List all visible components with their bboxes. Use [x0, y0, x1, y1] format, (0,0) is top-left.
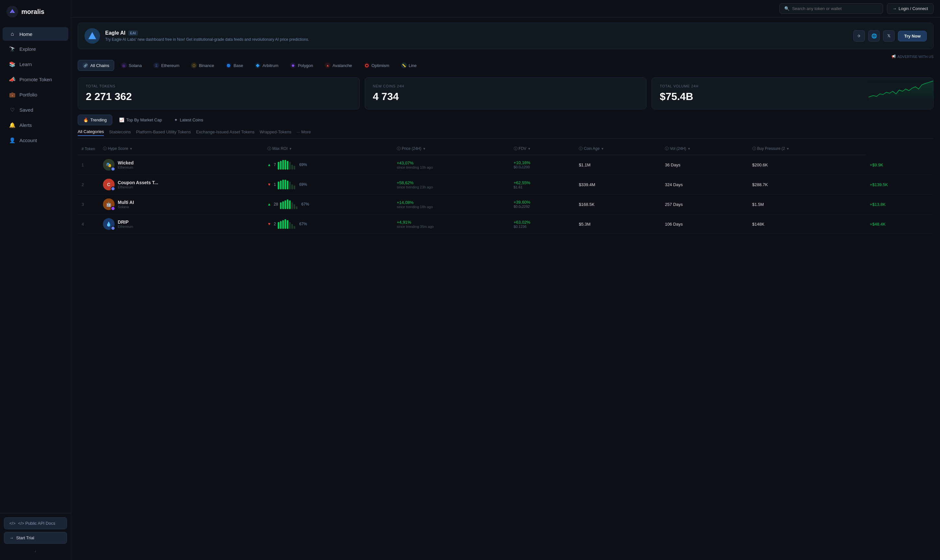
category-tab-utility[interactable]: Platform-Based Utility Tokens	[136, 129, 191, 135]
account-icon: 👤	[9, 137, 15, 143]
token-emoji: 💧	[106, 222, 111, 226]
saved-icon: ♡	[9, 107, 15, 113]
category-tab-exchange[interactable]: Exchange-Issued Asset Tokens	[196, 129, 254, 135]
total-tokens-value: 2 271 362	[86, 91, 352, 103]
nav-label-portfolio: Portfolio	[19, 92, 37, 97]
chain-badge	[111, 186, 115, 191]
token-info-text: DRIP Ethereum	[118, 220, 133, 229]
token-cell: C Coupon Assets T... Ethereum	[99, 175, 263, 195]
moralis-logo-icon	[6, 6, 18, 17]
coin-age: 257 Days	[665, 202, 683, 207]
svg-marker-1	[88, 32, 96, 39]
chain-tab-optimism[interactable]: ⭕Optimism	[359, 60, 394, 71]
hype-bar	[289, 182, 291, 189]
sidebar-item-explore[interactable]: 🔭Explore	[3, 42, 68, 56]
sidebar-item-account[interactable]: 👤Account	[3, 133, 68, 147]
chain-tab-ethereum[interactable]: ΞEthereum	[149, 60, 184, 71]
hype-bar	[280, 181, 282, 189]
arrow-right-icon: →	[9, 535, 14, 540]
try-now-button[interactable]: Try Now	[898, 31, 927, 42]
fdv-value: $5.3M	[579, 222, 591, 226]
all-chain-icon: 🔗	[83, 63, 88, 68]
col-age[interactable]: ⓘ Coin Age ▼	[575, 143, 661, 155]
fdv-value: $339.4M	[579, 182, 595, 187]
start-trial-button[interactable]: → Start Trial	[4, 532, 67, 544]
trend-up-icon: ▲	[268, 202, 271, 206]
chain-tab-all[interactable]: 🔗All Chains	[78, 60, 114, 71]
roi-cell: +58,62% since trending 23h ago	[393, 175, 510, 195]
hype-bar	[285, 160, 286, 169]
col-vol[interactable]: ⓘ Vol (24H) ▼	[661, 143, 748, 155]
hype-bar	[285, 180, 286, 189]
col-price[interactable]: ⓘ Price (24H) ▼	[393, 143, 510, 155]
api-docs-button[interactable]: </> </> Public API Docs	[4, 517, 67, 529]
chain-tab-binance[interactable]: ⬡Binance	[186, 60, 219, 71]
sidebar-item-alerts[interactable]: 🔔Alerts	[3, 118, 68, 132]
sidebar-item-saved[interactable]: ♡Saved	[3, 103, 68, 117]
token-avatar: C	[103, 179, 115, 190]
chain-tab-label-ethereum: Ethereum	[161, 63, 179, 68]
category-tab-more[interactable]: ··· More	[297, 129, 311, 135]
advertise-link[interactable]: 📢 ADVERTISE WITH US	[891, 54, 934, 58]
binance-chain-icon: ⬡	[191, 63, 197, 68]
roi-subtext: since trending 10h ago	[397, 165, 506, 169]
twitter-button[interactable]: 𝕏	[883, 30, 895, 42]
sidebar-item-learn[interactable]: 📚Learn	[3, 57, 68, 71]
hype-pct: 69%	[299, 163, 307, 167]
hype-bar	[291, 224, 293, 229]
category-tab-wrapped[interactable]: Wrapped-Tokens	[260, 129, 291, 135]
search-icon: 🔍	[784, 6, 789, 11]
table-tab-latest_coins[interactable]: ✦Latest Coins	[169, 115, 208, 125]
price-cell: +39,60% $0.0₀2292	[510, 195, 575, 214]
hype-bar	[287, 220, 288, 229]
age-cell: 106 Days	[661, 214, 748, 234]
hype-bar	[282, 202, 284, 209]
sidebar-item-home[interactable]: ⌂Home	[3, 27, 68, 41]
trend-value: 1	[274, 182, 276, 187]
content-area: Eagle AI EAI Try Eagle AI Labs' new dash…	[71, 17, 940, 560]
category-tab-all[interactable]: All Categories	[78, 129, 104, 136]
token-name: DRIP	[118, 220, 133, 225]
chain-tab-polygon[interactable]: ⬟Polygon	[285, 60, 318, 71]
token-cell: 🎭 Wicked Ethereum	[99, 155, 263, 175]
chain-tab-linea[interactable]: 📏Line	[396, 60, 422, 71]
hype-bar	[294, 166, 295, 169]
chain-tab-arbitrum[interactable]: 🔷Arbitrum	[250, 60, 283, 71]
col-hype[interactable]: ⓘ Hype Score ▼	[99, 143, 263, 155]
chain-tab-base[interactable]: 🔵Base	[221, 60, 248, 71]
chain-tab-solana[interactable]: ◎Solana	[116, 60, 147, 71]
promote-icon: 📣	[9, 76, 15, 83]
latest_coins-tab-label: Latest Coins	[180, 117, 203, 122]
table-tab-top_market_cap[interactable]: 📈Top By Market Cap	[114, 115, 168, 125]
col-roi[interactable]: ⓘ Max ROI ▼	[263, 143, 393, 155]
telegram-button[interactable]: ✈	[853, 30, 865, 42]
total-tokens-card: TOTAL TOKENS 2 271 362	[78, 77, 360, 109]
max-roi: +14,08%	[397, 200, 506, 205]
hype-bar	[294, 226, 295, 229]
stats-row: TOTAL TOKENS 2 271 362 NEW COINS 24H 4 7…	[78, 77, 934, 109]
sidebar-item-promote[interactable]: 📣Promote Token	[3, 72, 68, 86]
base-chain-icon: 🔵	[226, 63, 231, 68]
max-roi: +4,91%	[397, 220, 506, 225]
roi-subtext: since trending 18h ago	[397, 205, 506, 209]
buy-press-cell: +$48.4K	[866, 214, 934, 234]
col-buy[interactable]: ⓘ Buy Pressure (2 ▼	[748, 143, 866, 155]
hype-bar	[289, 222, 291, 229]
sidebar-item-portfolio[interactable]: 💼Portfolio	[3, 88, 68, 102]
login-button[interactable]: → Login / Connect	[887, 3, 934, 14]
hype-bar	[291, 202, 293, 209]
hype-cell: ▲ 28 67%	[263, 195, 393, 214]
collapse-button[interactable]: ‹	[4, 546, 67, 556]
hype-bar	[287, 161, 288, 169]
chain-tab-label-avalanche: Avalanche	[332, 63, 352, 68]
table-tab-trending[interactable]: 🔥Trending	[78, 115, 112, 125]
vol-value: $1.5M	[752, 202, 764, 207]
website-button[interactable]: 🌐	[868, 30, 880, 42]
linea-chain-icon: 📏	[401, 63, 407, 68]
col-fdv[interactable]: ⓘ FDV ▼	[510, 143, 575, 155]
chain-tab-avalanche[interactable]: 🔺Avalanche	[320, 60, 357, 71]
category-tab-stablecoins[interactable]: Stablecoins	[109, 129, 131, 135]
category-tabs: All CategoriesStablecoinsPlatform-Based …	[78, 129, 934, 139]
price-change: +63,02%	[514, 220, 571, 225]
search-input[interactable]	[792, 6, 878, 11]
